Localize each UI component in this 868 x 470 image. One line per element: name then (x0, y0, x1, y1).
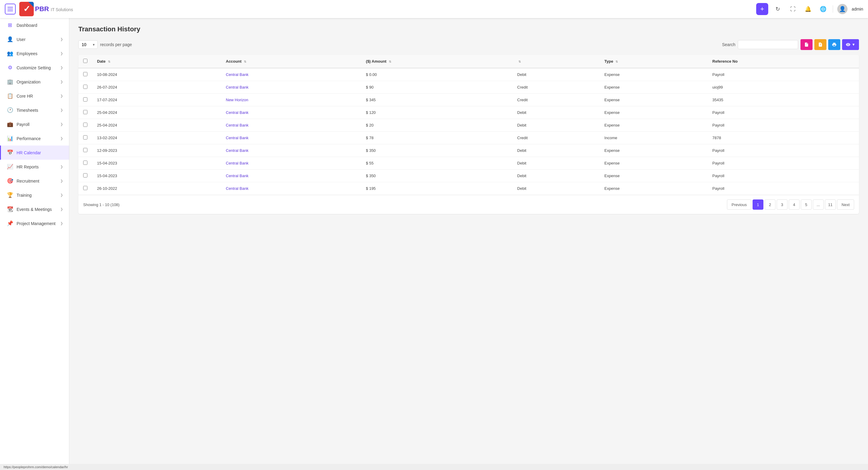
page-title: Transaction History (79, 25, 859, 33)
sidebar-item-timesheets[interactable]: 🕐 Timesheets ❯ (0, 103, 69, 117)
row-reference: Payroll (708, 68, 859, 81)
status-url: https://peopleprohrm.com/demo/calendar/h… (4, 465, 68, 469)
table-row: 10-08-2024 Central Bank $ 0.00 Debit Exp… (79, 68, 859, 81)
table-row: 26-10-2022 Central Bank $ 195 Debit Expe… (79, 182, 859, 195)
sort-account-icon[interactable]: ⇅ (244, 60, 246, 63)
language-button[interactable]: 🌐 (818, 4, 829, 14)
page-btn-2[interactable]: 2 (765, 199, 775, 210)
sidebar-item-user[interactable]: 👤 User ❯ (0, 32, 69, 46)
view-button[interactable]: ▼ (842, 39, 859, 50)
row-type: Expense (599, 182, 707, 195)
chevron-payroll: ❯ (60, 122, 63, 126)
refresh-button[interactable]: ↻ (772, 4, 783, 14)
row-checkbox-cell (79, 182, 92, 195)
row-debit-credit: Debit (513, 106, 599, 119)
row-date: 25-04-2024 (92, 106, 221, 119)
sidebar-label-performance: Performance (17, 136, 41, 141)
row-checkbox-7[interactable] (83, 161, 87, 165)
sidebar-icon-customize-setting: ⚙ (7, 64, 13, 71)
sort-dc-icon[interactable]: ⇅ (518, 60, 521, 63)
row-checkbox-8[interactable] (83, 173, 87, 178)
sidebar-item-customize-setting[interactable]: ⚙ Customize Setting ❯ (0, 61, 69, 75)
sort-amount-icon[interactable]: ⇅ (389, 60, 391, 63)
table-row: 13-02-2024 Central Bank $ 78 Credit Inco… (79, 132, 859, 144)
row-account[interactable]: Central Bank (221, 144, 361, 157)
sidebar-item-employees[interactable]: 👥 Employees ❯ (0, 46, 69, 61)
table-row: 25-04-2024 Central Bank $ 20 Debit Expen… (79, 119, 859, 132)
controls-row: 10 25 50 100 records per page Search (79, 39, 859, 50)
row-account[interactable]: Central Bank (221, 81, 361, 94)
row-account[interactable]: Central Bank (221, 119, 361, 132)
sidebar-icon-performance: 📊 (7, 135, 13, 142)
chevron-employees: ❯ (60, 52, 63, 56)
row-account[interactable]: New Horizon (221, 94, 361, 106)
row-checkbox-0[interactable] (83, 72, 87, 76)
prev-button[interactable]: Previous (727, 199, 751, 210)
sort-date-icon[interactable]: ⇅ (108, 60, 110, 63)
sidebar-item-core-hr[interactable]: 📋 Core HR ❯ (0, 89, 69, 103)
pdf-button[interactable] (801, 39, 812, 50)
hamburger-button[interactable] (5, 4, 16, 14)
row-checkbox-9[interactable] (83, 186, 87, 190)
sidebar-icon-events-meetings: 📆 (7, 206, 13, 212)
sidebar-item-hr-reports[interactable]: 📈 HR Reports ❯ (0, 160, 69, 174)
table-row: 12-09-2023 Central Bank $ 350 Debit Expe… (79, 144, 859, 157)
row-account[interactable]: Central Bank (221, 182, 361, 195)
row-checkbox-1[interactable] (83, 85, 87, 89)
row-account[interactable]: Central Bank (221, 68, 361, 81)
search-input[interactable] (738, 40, 798, 49)
sidebar-icon-payroll: 💼 (7, 121, 13, 127)
col-account: Account ⇅ (221, 55, 361, 68)
excel-button[interactable] (814, 39, 827, 50)
records-per-page-wrapper: 10 25 50 100 (79, 40, 98, 49)
sidebar-item-performance[interactable]: 📊 Performance ❯ (0, 131, 69, 146)
page-btn-4[interactable]: 4 (789, 199, 800, 210)
next-button[interactable]: Next (837, 199, 854, 210)
row-amount: $ 345 (361, 94, 513, 106)
sidebar-item-organization[interactable]: 🏢 Organization ❯ (0, 75, 69, 89)
row-debit-credit: Credit (513, 94, 599, 106)
page-btn-11[interactable]: 11 (825, 199, 836, 210)
add-button[interactable]: + (756, 3, 768, 15)
fullscreen-button[interactable]: ⛶ (787, 4, 798, 14)
row-checkbox-2[interactable] (83, 97, 87, 101)
row-checkbox-5[interactable] (83, 135, 87, 139)
chevron-user: ❯ (60, 37, 63, 41)
sort-type-icon[interactable]: ⇅ (615, 60, 618, 63)
chevron-hr-reports: ❯ (60, 165, 63, 169)
avatar: 👤 (837, 4, 847, 14)
sidebar-item-dashboard[interactable]: ⊞ Dashboard (0, 18, 69, 32)
sidebar-item-payroll[interactable]: 💼 Payroll ❯ (0, 117, 69, 131)
row-account[interactable]: Central Bank (221, 132, 361, 144)
row-amount: $ 195 (361, 182, 513, 195)
row-type: Expense (599, 119, 707, 132)
sidebar-item-training[interactable]: 🏆 Training ❯ (0, 188, 69, 202)
row-checkbox-3[interactable] (83, 110, 87, 114)
select-all-checkbox[interactable] (83, 59, 87, 63)
sidebar-item-hr-calendar[interactable]: 📅 HR Calendar (0, 146, 69, 160)
sidebar-item-project-management[interactable]: 📌 Project Management ❯ (0, 216, 69, 230)
sidebar-item-recruitment[interactable]: 🎯 Recruitment ❯ (0, 174, 69, 188)
row-amount: $ 350 (361, 169, 513, 182)
row-amount: $ 55 (361, 157, 513, 169)
search-label: Search (722, 42, 735, 47)
row-debit-credit: Debit (513, 119, 599, 132)
print-button[interactable] (828, 39, 840, 50)
row-amount: $ 90 (361, 81, 513, 94)
page-btn-5[interactable]: 5 (801, 199, 812, 210)
records-per-page-select[interactable]: 10 25 50 100 (79, 40, 98, 49)
row-amount: $ 350 (361, 144, 513, 157)
row-account[interactable]: Central Bank (221, 157, 361, 169)
row-checkbox-6[interactable] (83, 148, 87, 152)
sidebar-label-user: User (17, 37, 26, 42)
page-btn-1[interactable]: 1 (752, 199, 764, 210)
row-checkbox-cell (79, 94, 92, 106)
row-account[interactable]: Central Bank (221, 169, 361, 182)
row-checkbox-4[interactable] (83, 123, 87, 127)
sidebar-item-events-meetings[interactable]: 📆 Events & Meetings ❯ (0, 202, 69, 216)
page-btn-3[interactable]: 3 (777, 199, 787, 210)
notification-button[interactable]: 🔔 (803, 4, 813, 14)
row-account[interactable]: Central Bank (221, 106, 361, 119)
row-reference: 7878 (708, 132, 859, 144)
row-date: 26-10-2022 (92, 182, 221, 195)
